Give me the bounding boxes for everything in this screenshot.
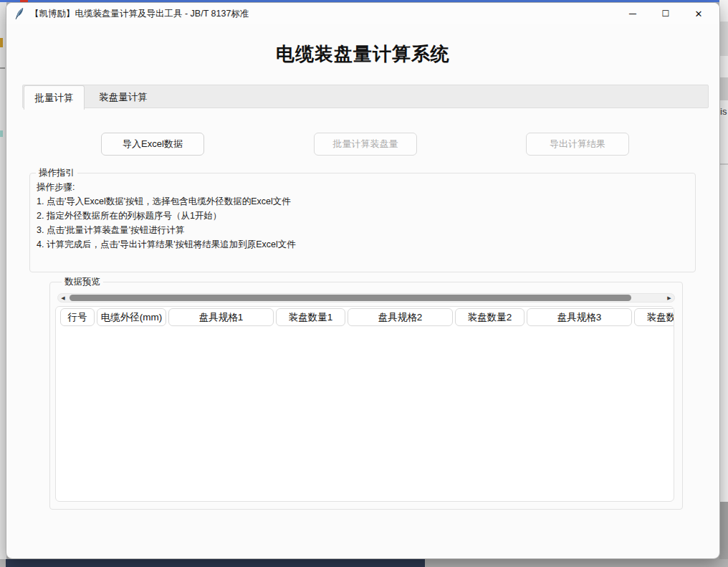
background-right-bottom-block bbox=[719, 502, 728, 567]
scroll-left-icon[interactable]: ◀ bbox=[59, 294, 67, 302]
instructions-heading: 操作步骤: bbox=[37, 180, 296, 194]
instruction-step: 2. 指定外径数据所在的列标题序号（从1开始） bbox=[37, 209, 296, 223]
instruction-step: 1. 点击'导入Excel数据'按钮，选择包含电缆外径数据的Excel文件 bbox=[37, 194, 296, 209]
column-header-drum-spec-3[interactable]: 盘具规格3 bbox=[527, 308, 632, 326]
instruction-step: 3. 点击'批量计算装盘量'按钮进行计算 bbox=[37, 223, 296, 237]
background-divider-mark bbox=[0, 67, 5, 69]
import-excel-button[interactable]: 导入Excel数据 bbox=[101, 133, 204, 156]
column-header-drum-spec-1[interactable]: 盘具规格1 bbox=[168, 308, 274, 326]
column-header-load-qty-1[interactable]: 装盘数量1 bbox=[276, 308, 345, 326]
background-teal-mark bbox=[0, 130, 3, 137]
app-window: 【凯博励】电缆装盘量计算及导出工具 - JB/T 8137标准 ─ ☐ ✕ 电缆… bbox=[6, 2, 720, 559]
tab-batch-calculation[interactable]: 批量计算 bbox=[24, 85, 85, 110]
minimize-button[interactable]: ─ bbox=[616, 3, 649, 24]
instructions-text: 操作步骤: 1. 点击'导入Excel数据'按钮，选择包含电缆外径数据的Exce… bbox=[37, 180, 296, 252]
horizontal-scrollbar[interactable]: ◀ ▶ bbox=[57, 293, 675, 302]
titlebar: 【凯博励】电缆装盘量计算及导出工具 - JB/T 8137标准 ─ ☐ ✕ bbox=[6, 3, 719, 24]
batch-calculate-button: 批量计算装盘量 bbox=[314, 133, 417, 156]
table-header-row: 行号 电缆外径(mm) 盘具规格1 装盘数量1 盘具规格2 装盘数量2 盘具规格… bbox=[60, 308, 674, 326]
background-dark-bar bbox=[6, 559, 425, 567]
column-header-drum-spec-2[interactable]: 盘具规格2 bbox=[348, 308, 453, 326]
window-title: 【凯博励】电缆装盘量计算及导出工具 - JB/T 8137标准 bbox=[30, 8, 249, 20]
instruction-step: 4. 计算完成后，点击'导出计算结果'按钮将结果追加到原Excel文件 bbox=[37, 237, 296, 252]
data-preview-frame: 数据预览 ◀ ▶ 行号 电缆外径(mm) 盘具规格1 装盘数量1 盘具规格2 装… bbox=[49, 282, 683, 510]
scrollbar-thumb[interactable] bbox=[70, 295, 631, 301]
column-header-row-number[interactable]: 行号 bbox=[60, 308, 95, 326]
scroll-right-icon[interactable]: ▶ bbox=[666, 294, 673, 302]
tk-feather-icon bbox=[14, 7, 24, 20]
background-partial-text: is bbox=[720, 106, 728, 118]
window-controls: ─ ☐ ✕ bbox=[616, 3, 715, 24]
page-title: 电缆装盘量计算系统 bbox=[6, 42, 719, 67]
column-header-load-qty-3[interactable]: 装盘数量3 bbox=[634, 308, 674, 326]
background-gold-mark bbox=[0, 38, 3, 47]
column-header-cable-od[interactable]: 电缆外径(mm) bbox=[97, 308, 166, 326]
instructions-frame-label: 操作指引 bbox=[36, 167, 77, 179]
background-light-bar bbox=[425, 559, 728, 567]
background-right-block bbox=[719, 77, 728, 100]
background-divider bbox=[719, 163, 728, 165]
column-header-load-qty-2[interactable]: 装盘数量2 bbox=[455, 308, 525, 326]
instructions-frame: 操作指引 操作步骤: 1. 点击'导入Excel数据'按钮，选择包含电缆外径数据… bbox=[29, 173, 696, 272]
export-results-button: 导出计算结果 bbox=[526, 133, 629, 156]
data-preview-frame-label: 数据预览 bbox=[62, 276, 103, 288]
maximize-button[interactable]: ☐ bbox=[649, 3, 682, 24]
tabstrip: 批量计算 装盘量计算 bbox=[22, 85, 709, 108]
background-right-block bbox=[719, 22, 728, 56]
tab-drum-load-calculation[interactable]: 装盘量计算 bbox=[86, 85, 161, 109]
data-preview-table[interactable]: 行号 电缆外径(mm) 盘具规格1 装盘数量1 盘具规格2 装盘数量2 盘具规格… bbox=[55, 306, 674, 502]
close-button[interactable]: ✕ bbox=[682, 3, 715, 24]
